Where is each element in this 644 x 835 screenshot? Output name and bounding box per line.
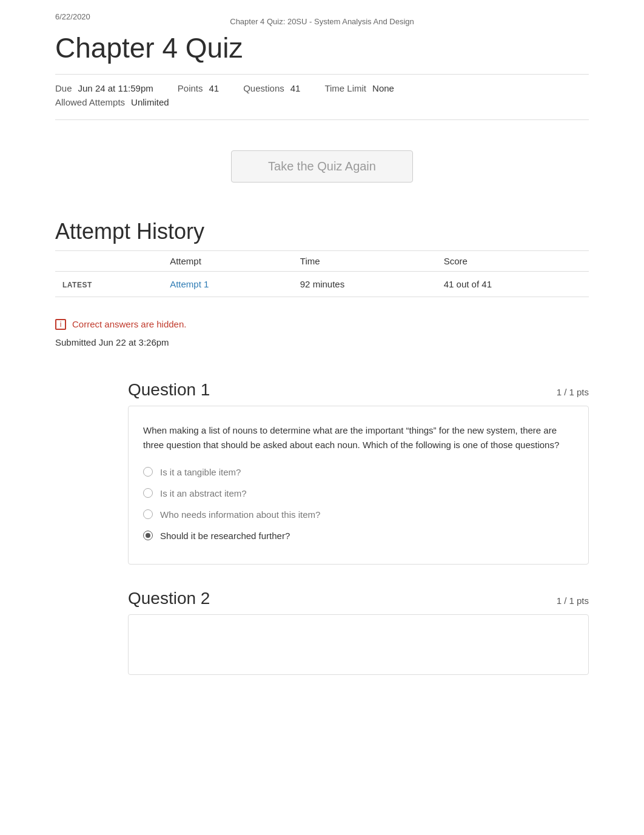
meta-allowed-attempts: Allowed Attempts Unlimited (55, 97, 169, 107)
questions-label: Questions (243, 83, 284, 93)
answer-text-1-4: Should it be researched further? (160, 531, 290, 541)
attempt-history-table: Attempt Time Score LATEST Attempt 1 92 m… (55, 250, 589, 297)
time-limit-label: Time Limit (324, 83, 366, 93)
meta-divider (55, 119, 589, 120)
question-1-body: When making a list of nouns to determine… (128, 406, 589, 565)
latest-badge: LATEST (62, 281, 92, 289)
answer-option-1-2: Is it an abstract item? (143, 488, 574, 498)
allowed-attempts-label: Allowed Attempts (55, 97, 125, 107)
attempt-1-link[interactable]: Attempt 1 (170, 279, 209, 289)
answer-option-1-1: Is it a tangible item? (143, 467, 574, 477)
question-1-text: When making a list of nouns to determine… (143, 423, 574, 452)
meta-time-limit: Time Limit None (324, 83, 394, 93)
quiz-title: Chapter 4 Quiz (55, 32, 589, 64)
submitted-text: Submitted Jun 22 at 3:26pm (55, 337, 589, 347)
meta-row-2: Allowed Attempts Unlimited (55, 97, 589, 107)
info-section: i Correct answers are hidden. Submitted … (55, 309, 589, 368)
question-2-block: Question 2 1 / 1 pts (128, 589, 589, 675)
browser-title: Chapter 4 Quiz: 20SU - System Analysis A… (230, 12, 414, 30)
time-limit-value: None (372, 83, 394, 93)
col-header-score: Score (437, 250, 589, 271)
attempt-score: 41 out of 41 (437, 271, 589, 297)
question-2-header: Question 2 1 / 1 pts (128, 589, 589, 608)
answer-text-1-2: Is it an abstract item? (160, 488, 247, 498)
attempt-history-title: Attempt History (55, 219, 589, 244)
table-row: LATEST Attempt 1 92 minutes 41 out of 41 (55, 271, 589, 297)
question-1-title: Question 1 (128, 380, 210, 400)
radio-1-4 (143, 531, 153, 540)
questions-value: 41 (290, 83, 301, 93)
question-1-block: Question 1 1 / 1 pts When making a list … (128, 380, 589, 565)
answer-option-1-4: Should it be researched further? (143, 531, 574, 541)
correct-answers-message: i Correct answers are hidden. (55, 319, 589, 330)
take-quiz-again-button[interactable]: Take the Quiz Again (231, 150, 413, 183)
question-1-pts: 1 / 1 pts (557, 387, 589, 397)
allowed-attempts-value: Unlimited (131, 97, 169, 107)
col-header-badge (55, 250, 163, 271)
question-2-body (128, 614, 589, 675)
correct-answers-text: Correct answers are hidden. (72, 319, 186, 329)
due-value: Jun 24 at 11:59pm (78, 83, 153, 93)
page-date: 6/22/2020 (55, 12, 90, 21)
answer-text-1-1: Is it a tangible item? (160, 467, 241, 477)
meta-points: Points 41 (178, 83, 219, 93)
radio-1-1 (143, 467, 153, 477)
meta-questions: Questions 41 (243, 83, 300, 93)
title-divider (55, 74, 589, 75)
col-header-time: Time (293, 250, 437, 271)
answer-text-1-3: Who needs information about this item? (160, 509, 320, 520)
attempt-time: 92 minutes (293, 271, 437, 297)
question-1-header: Question 1 1 / 1 pts (128, 380, 589, 400)
answer-option-1-3: Who needs information about this item? (143, 509, 574, 520)
points-label: Points (178, 83, 203, 93)
meta-due: Due Jun 24 at 11:59pm (55, 83, 153, 93)
question-2-title: Question 2 (128, 589, 210, 608)
info-icon: i (55, 319, 66, 330)
radio-1-3 (143, 509, 153, 519)
col-header-attempt: Attempt (163, 250, 293, 271)
due-label: Due (55, 83, 72, 93)
radio-1-2 (143, 488, 153, 498)
meta-row-1: Due Jun 24 at 11:59pm Points 41 Question… (55, 83, 589, 93)
points-value: 41 (209, 83, 220, 93)
question-2-pts: 1 / 1 pts (557, 595, 589, 606)
